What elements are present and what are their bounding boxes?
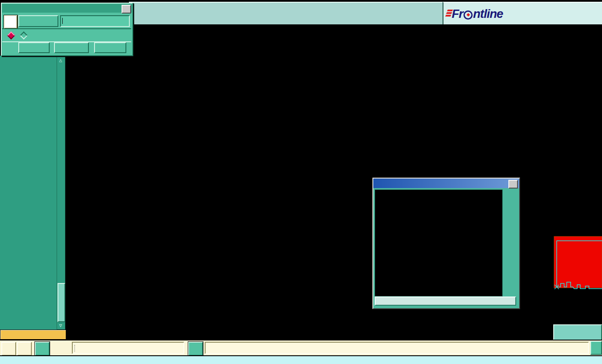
- delta-readout-bar: [0, 355, 602, 364]
- close-button[interactable]: [94, 42, 126, 53]
- popview-canvas[interactable]: [375, 189, 503, 297]
- popview-close-button[interactable]: [375, 297, 516, 306]
- close-icon[interactable]: [122, 5, 131, 13]
- window-icon: [3, 5, 10, 12]
- prompt-message: [205, 342, 589, 354]
- radio-yes-diamond[interactable]: [20, 31, 27, 39]
- apply-button[interactable]: [54, 42, 89, 53]
- command-bar: [0, 340, 602, 355]
- symbol-input[interactable]: [60, 15, 130, 27]
- menu-bar: [129, 2, 443, 26]
- ok-button[interactable]: [18, 42, 50, 53]
- window-icon: [375, 180, 381, 187]
- popview-window: [372, 178, 520, 309]
- brand-panel: Frntline: [443, 2, 602, 26]
- popview-title-bar[interactable]: [373, 179, 519, 188]
- units-button[interactable]: [590, 341, 602, 355]
- snap-mode-button[interactable]: [17, 342, 32, 356]
- xy-coordinate-input[interactable]: [72, 342, 184, 354]
- cursor-coordinates: [553, 324, 602, 340]
- close-icon[interactable]: [508, 180, 518, 189]
- layer-sidebar: △ ▽: [0, 56, 65, 330]
- reset-pad-angle-row: [2, 28, 131, 42]
- right-tool-panel: [553, 24, 602, 340]
- scroll-down-icon[interactable]: ▽: [57, 322, 64, 329]
- layer-scrollbar[interactable]: △ ▽: [57, 57, 65, 330]
- scroll-up-icon[interactable]: △: [57, 57, 64, 64]
- scrollbar-thumb[interactable]: [57, 283, 65, 322]
- frontline-stripes-icon: [446, 10, 452, 18]
- zoom-area-button[interactable]: [1, 342, 16, 356]
- radio-no-diamond[interactable]: [7, 31, 15, 39]
- brand-name: Frntline: [452, 7, 503, 21]
- change-feature-symbols-dialog: [1, 3, 133, 56]
- board-overview-minimap[interactable]: [553, 200, 602, 340]
- tile-windows-button[interactable]: [35, 342, 50, 356]
- alert-button[interactable]: [188, 342, 203, 356]
- selected-count-badge: [0, 330, 66, 340]
- symbol-label: [18, 15, 58, 27]
- dialog-title-bar[interactable]: [2, 4, 132, 13]
- pick-arrow-button[interactable]: [4, 15, 17, 29]
- frontline-o-icon: [463, 10, 473, 20]
